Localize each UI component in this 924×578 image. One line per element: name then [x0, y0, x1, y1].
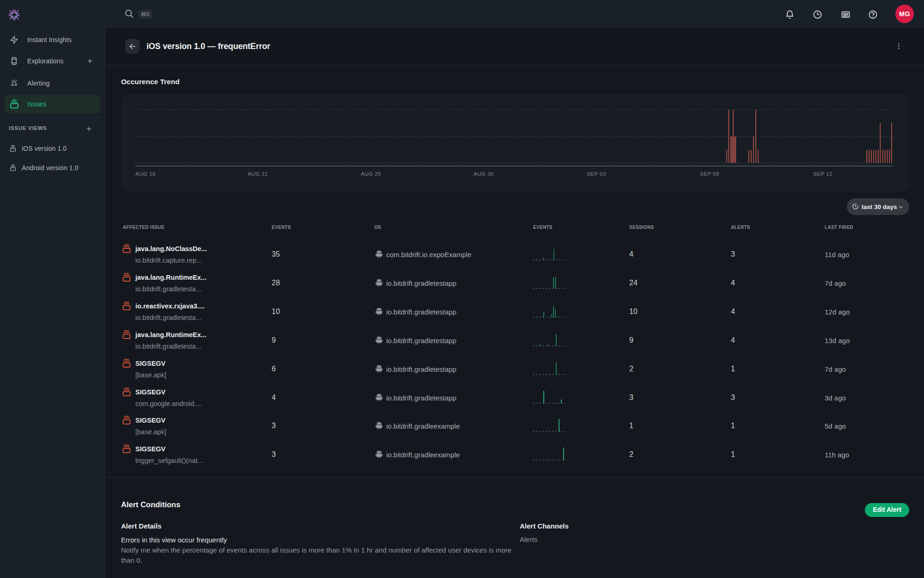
svg-text:AUG 21: AUG 21: [248, 171, 268, 177]
svg-text:AUG 30: AUG 30: [474, 171, 494, 177]
svg-text:AUG 25: AUG 25: [361, 171, 381, 177]
svg-text:SEP 03: SEP 03: [587, 171, 606, 177]
svg-text:SEP 08: SEP 08: [700, 171, 719, 177]
svg-text:SEP 12: SEP 12: [813, 171, 833, 177]
svg-text:AUG 16: AUG 16: [135, 171, 156, 177]
